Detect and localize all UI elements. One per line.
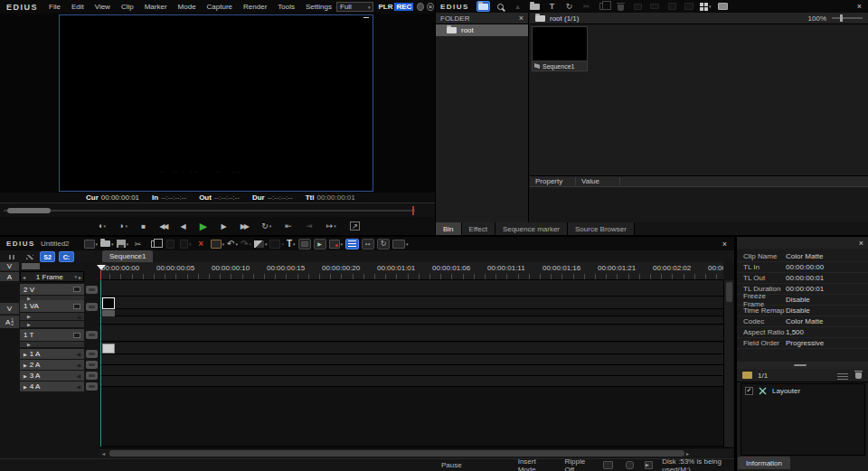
fast-forward-button[interactable]: ▶▶ [241, 222, 248, 231]
output-preview-icon[interactable] [603, 461, 613, 469]
effect-item-layouter[interactable]: ✓ Layouter [741, 384, 864, 397]
set-in-button[interactable]: ◖▾ [98, 221, 106, 231]
loop-button[interactable]: ↻▾ [261, 221, 271, 231]
save-project-button[interactable]: ▾ [117, 240, 129, 248]
clip-audio-segment[interactable] [102, 344, 115, 353]
close-icon[interactable]: × [857, 2, 862, 11]
redo-button[interactable]: ↷▾ [241, 239, 251, 249]
snap-mode-icon[interactable] [5, 251, 19, 262]
position-marker[interactable] [412, 206, 414, 215]
lane-4a[interactable] [99, 376, 723, 387]
menu-view[interactable]: View [90, 3, 116, 11]
folder-view-icon[interactable] [476, 1, 490, 12]
refresh-icon[interactable]: ↻ [562, 1, 576, 12]
effect-enabled-checkbox[interactable]: ✓ [745, 387, 753, 395]
menu-settings[interactable]: Settings [300, 3, 337, 11]
delete-button[interactable]: × [194, 239, 208, 250]
lane-1va-audio[interactable] [99, 316, 723, 325]
open-project-button[interactable]: ▾ [100, 240, 114, 247]
paste-button[interactable] [164, 239, 177, 250]
column-header-value[interactable]: Value [576, 177, 620, 185]
play-button[interactable]: ▶ [200, 221, 207, 232]
menu-clip[interactable]: Clip [116, 3, 139, 11]
list-view-icon[interactable] [683, 1, 696, 12]
lane-1t[interactable] [99, 325, 723, 342]
step-forward-icon[interactable]: ▸ [79, 274, 81, 280]
lane-2v[interactable] [99, 280, 723, 297]
step-forward-button[interactable]: ▶ [221, 222, 226, 231]
close-icon[interactable]: × [427, 3, 434, 11]
open-folder-icon[interactable] [528, 1, 542, 12]
ripple-delete-button[interactable]: ▾ [211, 240, 225, 249]
clip-card-sequence1[interactable]: Sequence1 [532, 26, 588, 71]
lane-1va-video[interactable] [99, 297, 723, 309]
insert-overwrite-mode-button[interactable]: S2 [40, 251, 55, 262]
scroll-left-icon[interactable]: ◂ [99, 448, 108, 457]
close-icon[interactable]: × [859, 239, 863, 248]
menu-render[interactable]: Render [238, 3, 272, 11]
capture-button[interactable]: ▾ [329, 240, 344, 249]
set-out-button[interactable]: ◗▾ [119, 221, 127, 231]
sequence-settings-button[interactable]: ▾ [84, 240, 99, 249]
status-ripple-mode[interactable]: Ripple Off [565, 457, 590, 471]
scrollbar-thumb[interactable] [726, 282, 732, 302]
lane-1a[interactable] [99, 343, 723, 354]
tab-sequence-marker[interactable]: Sequence marker [495, 222, 568, 235]
comment-icon[interactable] [631, 1, 645, 12]
next-edit-point-button[interactable]: ↦▾ [326, 221, 336, 231]
special-paste-button[interactable]: ▾ [180, 240, 192, 249]
timeline-view-mode-button[interactable] [345, 239, 359, 250]
properties-icon[interactable] [665, 1, 679, 12]
capture-icon[interactable] [716, 1, 730, 12]
menu-marker[interactable]: Marker [139, 3, 173, 11]
splitter-handle-icon[interactable] [794, 364, 807, 366]
copy-icon[interactable] [597, 1, 610, 12]
audio-cross-fade-button[interactable]: ▾ [269, 240, 284, 249]
current-edit-point-button[interactable]: ⇥ [306, 221, 313, 231]
menu-mode[interactable]: Mode [173, 3, 202, 11]
menu-capture[interactable]: Capture [202, 3, 238, 11]
lane-2a[interactable] [99, 354, 723, 365]
close-icon[interactable]: × [519, 14, 524, 23]
list-view-icon[interactable] [837, 372, 848, 380]
tab-bin[interactable]: Bin [436, 222, 462, 235]
refresh-button[interactable]: ↻ [377, 239, 390, 250]
transfer-icon[interactable] [648, 1, 662, 12]
timeline-ruler[interactable]: 00:00:00:00 00:00:00:05 00:00:00:10 00:0… [99, 262, 723, 280]
tab-information[interactable]: Information [738, 457, 790, 469]
minimize-circle-icon[interactable] [417, 3, 424, 11]
search-icon[interactable] [494, 1, 507, 12]
add-title-button[interactable]: T▾ [287, 239, 296, 249]
delete-effect-button[interactable] [855, 371, 862, 381]
add-transition-button[interactable]: ▾ [254, 240, 268, 248]
folder-item-root[interactable]: root [436, 24, 528, 36]
rewind-button[interactable]: ◀◀ [159, 222, 166, 231]
clip-color-matte-selected[interactable] [102, 297, 115, 309]
lane-1va-mixer[interactable] [99, 309, 723, 316]
dual-view-button[interactable]: ▪▪ [362, 239, 374, 250]
position-bar-track[interactable] [4, 210, 415, 212]
status-insert-mode[interactable]: Insert Mode [518, 457, 549, 471]
monitor-icon[interactable] [626, 461, 634, 469]
previous-edit-point-button[interactable]: ⇤ [285, 221, 292, 231]
player-icon[interactable]: ▶ [645, 461, 653, 469]
step-back-icon[interactable]: ◂ [23, 274, 25, 280]
render-button[interactable]: ▶ [314, 239, 326, 250]
clip-color-matte-mixer[interactable] [102, 310, 115, 316]
event-mode-icon[interactable] [23, 251, 36, 262]
step-back-button[interactable]: ◀ [181, 222, 186, 231]
rec-mode-button[interactable]: REC [394, 3, 413, 11]
chevron-down-icon[interactable]: ▾ [74, 274, 77, 279]
menu-tools[interactable]: Tools [272, 3, 300, 11]
patch-v-label[interactable]: V [0, 262, 19, 271]
panel-splitter[interactable] [737, 362, 868, 369]
undo-button[interactable]: ↶▾ [227, 239, 238, 249]
sync-mode-button[interactable]: C: [59, 251, 74, 262]
tab-effect[interactable]: Effect [462, 222, 495, 235]
plr-mode-button[interactable]: PLR [378, 3, 392, 11]
export-button[interactable]: ↗ [350, 221, 360, 231]
playhead-marker-icon[interactable] [97, 265, 106, 270]
delete-icon[interactable] [614, 1, 627, 12]
track-height-indicator[interactable] [22, 263, 40, 269]
horizontal-scrollbar[interactable]: ◂ ▸ [99, 447, 732, 457]
